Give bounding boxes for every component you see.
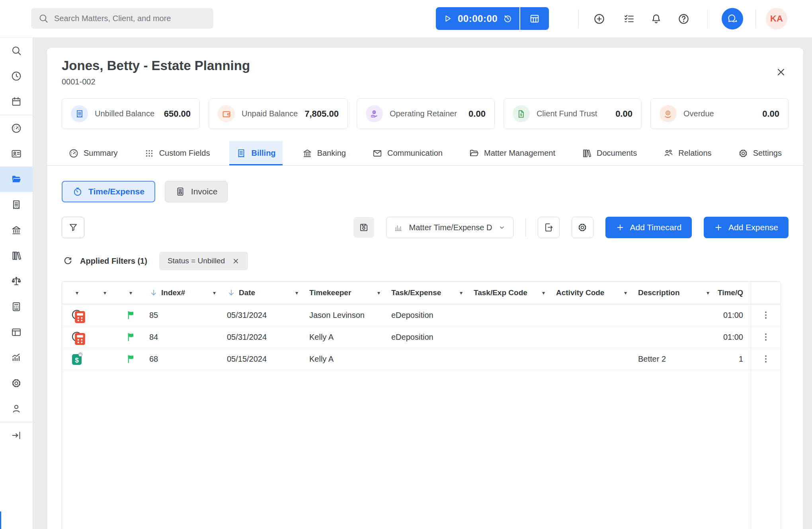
sidebar-item-reports[interactable] (0, 345, 33, 370)
receipt-icon (236, 148, 246, 159)
time-entry-icon (71, 331, 84, 343)
timer-history-icon[interactable] (503, 14, 513, 24)
document-dollar-icon (513, 105, 530, 122)
sidebar-divider (0, 422, 33, 422)
tab-matter-management[interactable]: Matter Management (462, 141, 562, 165)
filter-chip-label: Status = Unbilled (168, 257, 225, 265)
sidebar-item-contacts[interactable] (0, 141, 33, 167)
time-expense-table: ▾ ▾ ▾ Index#▾ Date▾ Timekeeper▾ Task/Exp… (62, 281, 781, 529)
tab-communication[interactable]: Communication (365, 141, 449, 165)
column-filter-flag[interactable]: ▾ (118, 282, 144, 304)
column-header-timekeeper[interactable]: Timekeeper▾ (304, 282, 386, 304)
notifications-button[interactable] (649, 12, 663, 26)
bell-icon (650, 13, 662, 25)
toolbar-divider (525, 218, 526, 237)
topbar-divider (578, 9, 579, 28)
tab-relations[interactable]: Relations (656, 141, 718, 165)
column-header-activity-code[interactable]: Activity Code▾ (550, 282, 632, 304)
sidebar-item-profile[interactable] (0, 396, 33, 421)
bank-icon (302, 148, 312, 159)
filter-button[interactable] (62, 217, 84, 238)
add-expense-button[interactable]: Add Expense (704, 217, 789, 238)
row-menu-button[interactable] (760, 353, 772, 365)
kebab-icon (761, 332, 771, 342)
refresh-filters-button[interactable] (62, 255, 74, 267)
column-filter-type[interactable]: ▾ (62, 282, 92, 304)
timer-button[interactable]: 00:00:00 (436, 7, 519, 30)
close-button[interactable] (774, 65, 788, 79)
sidebar-item-court[interactable] (0, 268, 33, 294)
add-new-button[interactable] (592, 12, 606, 26)
cell-description (632, 326, 715, 348)
sidebar-item-accounting[interactable] (0, 294, 33, 319)
search-input[interactable] (54, 14, 206, 23)
balance-card-unpaid: Unpaid Balance 7,805.00 (209, 98, 348, 129)
bank-icon (11, 225, 22, 236)
sidebar-collapse-button[interactable] (0, 423, 33, 448)
report-select[interactable]: Matter Time/Expense D (386, 217, 513, 238)
flag-icon[interactable] (126, 354, 136, 364)
sidebar-item-workspace[interactable] (0, 319, 33, 345)
help-icon (677, 13, 690, 25)
view-tab-time-expense[interactable]: Time/Expense (62, 181, 155, 202)
dots-grid-icon (144, 148, 154, 159)
sidebar-item-banking[interactable] (0, 217, 33, 243)
chat-icon (726, 13, 738, 25)
sidebar-item-search[interactable] (0, 38, 33, 63)
kebab-icon (761, 310, 771, 320)
cell-description (632, 304, 715, 326)
column-filter-status[interactable]: ▾ (92, 282, 118, 304)
sidebar-item-settings[interactable] (0, 370, 33, 396)
flag-icon[interactable] (126, 332, 136, 342)
tab-banking[interactable]: Banking (295, 141, 353, 165)
tasks-button[interactable] (622, 12, 636, 26)
column-header-task-expense[interactable]: Task/Expense▾ (386, 282, 468, 304)
table-row[interactable]: 84 05/31/2024 Kelly A eDeposition 01:00 (62, 326, 781, 348)
tab-custom-fields[interactable]: Custom Fields (137, 141, 217, 165)
table-row[interactable]: 85 05/31/2024 Jason Levinson eDeposition… (62, 304, 781, 326)
tab-documents[interactable]: Documents (575, 141, 644, 165)
timecard-grid-button[interactable] (520, 7, 549, 30)
page-title: Jones, Betty - Estate Planning (62, 58, 789, 73)
table-row[interactable]: $ 68 05/15/2024 Kelly A Better 2 1 (62, 348, 781, 370)
sidebar-item-recent[interactable] (0, 63, 33, 89)
column-header-index[interactable]: Index#▾ (144, 282, 221, 304)
cell-task-expense (386, 348, 468, 370)
tab-settings[interactable]: Settings (731, 141, 789, 165)
help-button[interactable] (676, 12, 691, 26)
add-timecard-button[interactable]: Add Timecard (605, 217, 692, 238)
clock-icon (11, 71, 22, 82)
tab-billing[interactable]: Billing (229, 141, 282, 165)
tab-summary[interactable]: Summary (62, 141, 125, 165)
sidebar-item-billing[interactable] (0, 192, 33, 217)
user-avatar[interactable]: KA (766, 8, 787, 29)
row-menu-button[interactable] (760, 331, 772, 343)
balance-label: Overdue (683, 109, 755, 118)
cell-time-q: 01:00 (715, 326, 751, 348)
row-menu-button[interactable] (760, 309, 772, 321)
column-header-description[interactable]: Description▾ (632, 282, 715, 304)
cell-task-exp-code (468, 348, 550, 370)
sidebar-item-calendar[interactable] (0, 89, 33, 114)
gear-icon (577, 222, 588, 233)
chat-button[interactable] (722, 8, 743, 29)
save-view-button[interactable] (353, 217, 374, 238)
column-header-task-exp-code[interactable]: Task/Exp Code▾ (468, 282, 550, 304)
cell-task-expense: eDeposition (386, 304, 468, 326)
envelope-icon (372, 148, 383, 159)
sidebar-item-dashboard[interactable] (0, 116, 33, 141)
sidebar-item-matters[interactable] (0, 167, 33, 192)
flag-icon[interactable] (126, 310, 136, 320)
svg-text:$: $ (75, 357, 79, 364)
column-header-date[interactable]: Date▾ (221, 282, 304, 304)
play-icon[interactable] (443, 14, 453, 24)
sidebar-item-library[interactable] (0, 243, 33, 268)
remove-filter-icon[interactable] (232, 257, 240, 265)
view-tab-invoice[interactable]: Invoice (165, 181, 228, 202)
gear-icon (11, 378, 22, 389)
export-button[interactable] (538, 217, 560, 238)
column-header-time-q[interactable]: Time/Q (715, 282, 751, 304)
left-sidebar (0, 37, 33, 529)
global-search[interactable] (31, 8, 213, 29)
table-settings-button[interactable] (572, 217, 593, 238)
